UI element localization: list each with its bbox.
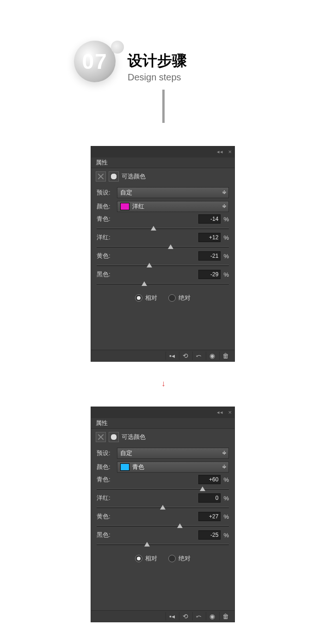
slider-label: 黑色:: [97, 531, 121, 539]
panel-close-icon[interactable]: ×: [228, 409, 232, 416]
panel-tab-label: 属性: [96, 419, 108, 426]
slider-cyan: 青色: +60%: [97, 475, 229, 492]
slider-thumb[interactable]: [177, 523, 183, 528]
panel-close-icon[interactable]: ×: [228, 148, 232, 155]
color-select[interactable]: 洋红 ≑: [117, 201, 229, 212]
slider-label: 青色:: [97, 215, 121, 223]
radio-relative[interactable]: 相对: [135, 294, 157, 302]
panel-footer: ▪◂ ⟲ ⤺ ◉ 🗑: [91, 610, 234, 622]
step-badge: 07: [74, 41, 116, 82]
color-value: 青色: [132, 463, 144, 471]
slider-track[interactable]: [97, 486, 229, 492]
slider-cyan: 青色: -14%: [97, 214, 229, 231]
radio-absolute[interactable]: 绝对: [168, 294, 191, 302]
reset-icon[interactable]: ⤺: [192, 352, 205, 360]
slider-label: 青色:: [97, 475, 121, 484]
slider-track[interactable]: [97, 225, 229, 231]
radio-dot-icon: [135, 555, 142, 562]
slider-magenta: 洋红: 0%: [97, 493, 229, 510]
adjustment-name: 可选颜色: [122, 172, 146, 181]
radio-dot-icon: [168, 555, 176, 562]
slider-value-input[interactable]: -21: [198, 251, 221, 261]
clip-icon[interactable]: ▪◂: [166, 612, 178, 620]
adjustment-icon[interactable]: [96, 432, 106, 442]
slider-track[interactable]: [97, 244, 229, 249]
panel-tab-label: 属性: [96, 159, 108, 166]
properties-panel: ◂◂ × 属性 可选颜色 预设: 自定 ≑ 颜色: 青色 ≑: [91, 407, 235, 622]
trash-icon[interactable]: 🗑: [219, 352, 232, 360]
view-icon[interactable]: ⟲: [179, 352, 191, 360]
slider-track[interactable]: [97, 504, 229, 510]
slider-track[interactable]: [97, 541, 229, 547]
slider-value-input[interactable]: -25: [198, 530, 221, 540]
slider-thumb[interactable]: [151, 226, 156, 231]
slider-magenta: 洋红: +12%: [97, 233, 229, 249]
trash-icon[interactable]: 🗑: [219, 612, 232, 620]
slider-thumb[interactable]: [144, 542, 150, 547]
radio-dot-icon: [135, 294, 142, 302]
slider-value-input[interactable]: -14: [198, 214, 221, 224]
radio-label: 相对: [145, 294, 157, 302]
view-icon[interactable]: ⟲: [179, 612, 191, 620]
panel-menu-icon[interactable]: ◂◂: [217, 149, 223, 155]
radio-label: 相对: [145, 554, 157, 563]
slider-thumb[interactable]: [160, 505, 166, 510]
slider-value-input[interactable]: +12: [198, 233, 221, 242]
slider-label: 黄色:: [97, 252, 121, 260]
chevron-down-icon: ≑: [222, 203, 227, 209]
color-swatch: [120, 463, 129, 471]
percent-label: %: [223, 271, 229, 278]
slider-value-input[interactable]: 0: [198, 493, 221, 503]
percent-label: %: [223, 476, 229, 483]
slider-value-input[interactable]: -29: [198, 270, 221, 279]
clip-icon[interactable]: ▪◂: [166, 352, 178, 360]
panel-menu-icon[interactable]: ◂◂: [217, 409, 223, 415]
vertical-divider: [162, 90, 165, 123]
adjustment-name: 可选颜色: [122, 433, 146, 441]
slider-yellow: 黄色: +27%: [97, 512, 229, 529]
slider-label: 黄色:: [97, 512, 121, 521]
slider-track[interactable]: [97, 262, 229, 268]
slider-track[interactable]: [97, 281, 229, 286]
visibility-icon[interactable]: ◉: [206, 352, 218, 360]
slider-thumb[interactable]: [141, 281, 147, 286]
preset-select[interactable]: 自定 ≑: [117, 448, 229, 459]
percent-label: %: [223, 216, 229, 223]
color-label: 颜色:: [97, 202, 117, 211]
color-label: 颜色:: [97, 463, 117, 471]
mask-icon[interactable]: [109, 432, 119, 442]
slider-thumb[interactable]: [168, 244, 173, 249]
down-arrow-icon: ↓: [161, 379, 166, 389]
radio-relative[interactable]: 相对: [135, 554, 157, 563]
slider-value-input[interactable]: +27: [198, 512, 221, 521]
slider-thumb[interactable]: [200, 486, 205, 491]
mask-icon[interactable]: [109, 171, 119, 182]
adjustment-icon[interactable]: [96, 171, 106, 182]
title-en: Design steps: [128, 72, 187, 83]
decor-dot: [111, 41, 124, 54]
radio-absolute[interactable]: 绝对: [168, 554, 191, 563]
radio-label: 绝对: [178, 554, 191, 563]
panel-footer: ▪◂ ⟲ ⤺ ◉ 🗑: [91, 350, 234, 361]
preset-select[interactable]: 自定 ≑: [117, 187, 229, 198]
panel-tab[interactable]: 属性: [91, 418, 234, 429]
slider-thumb[interactable]: [147, 263, 152, 267]
color-select[interactable]: 青色 ≑: [117, 462, 229, 473]
reset-icon[interactable]: ⤺: [192, 612, 205, 620]
preset-label: 预设:: [97, 449, 117, 457]
color-value: 洋红: [132, 202, 144, 211]
preset-value: 自定: [120, 188, 132, 197]
slider-track[interactable]: [97, 523, 229, 529]
slider-value-input[interactable]: +60: [198, 475, 221, 484]
preset-label: 预设:: [97, 188, 117, 197]
preset-value: 自定: [120, 449, 132, 457]
panel-tab[interactable]: 属性: [91, 158, 234, 168]
radio-label: 绝对: [178, 294, 191, 302]
percent-label: %: [223, 513, 229, 520]
percent-label: %: [223, 253, 229, 260]
visibility-icon[interactable]: ◉: [206, 612, 218, 620]
step-number: 07: [74, 49, 116, 74]
slider-yellow: 黄色: -21%: [97, 251, 229, 268]
radio-dot-icon: [168, 294, 176, 302]
percent-label: %: [223, 532, 229, 539]
